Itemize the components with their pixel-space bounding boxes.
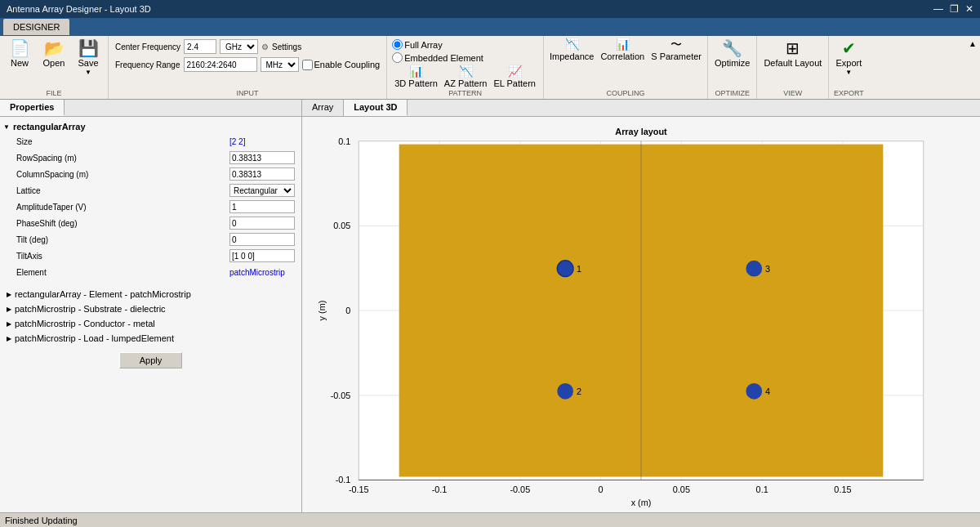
titlebar: Antenna Array Designer - Layout 3D — ❐ ✕ bbox=[0, 0, 980, 18]
element-4-dot bbox=[746, 383, 762, 400]
export-dropdown-icon[interactable]: ▼ bbox=[845, 69, 852, 76]
coupling-section: 📉 Impedance 📊 Correlation 〜 S Parameter … bbox=[544, 36, 708, 99]
array-layout-chart: Array layout bbox=[302, 117, 980, 512]
export-section: ✔ Export ▼ EXPORT bbox=[829, 36, 868, 99]
correlation-button[interactable]: 📊 Correlation bbox=[598, 38, 647, 62]
rectangular-array-header[interactable]: ▼ rectangularArray bbox=[3, 120, 298, 133]
amplitudetaper-input[interactable] bbox=[229, 200, 295, 213]
element-1-dot bbox=[557, 261, 573, 277]
element-2-dot bbox=[557, 383, 573, 400]
x-tick: -0.1 bbox=[432, 485, 448, 495]
link-element-patch[interactable]: ▶ rectangularArray - Element - patchMicr… bbox=[3, 287, 298, 301]
tiltaxis-input[interactable] bbox=[229, 249, 295, 262]
y-tick: -0.05 bbox=[331, 391, 351, 400]
pattern-3d-button[interactable]: 📊 3D Pattern bbox=[392, 65, 440, 89]
optimize-icon: 🔧 bbox=[722, 39, 742, 57]
main-area: Properties ▼ rectangularArray Size [2 2]… bbox=[0, 100, 980, 512]
rowspacing-input[interactable] bbox=[229, 151, 295, 164]
restore-btn[interactable]: ❐ bbox=[950, 3, 959, 15]
array-collapse-arrow: ▼ bbox=[3, 123, 10, 131]
close-btn[interactable]: ✕ bbox=[965, 3, 973, 15]
y-axis-label: y (m) bbox=[317, 301, 327, 321]
file-section: 📄 New 📂 Open 💾 Save ▼ FILE bbox=[0, 36, 109, 99]
enable-coupling-checkbox[interactable] bbox=[302, 60, 313, 70]
element-4-label: 4 bbox=[765, 386, 770, 396]
pattern-az-icon: 📉 bbox=[459, 65, 473, 78]
x-tick: 0.15 bbox=[834, 485, 851, 495]
status-bar: Finished Updating bbox=[0, 512, 980, 527]
save-icon: 💾 bbox=[78, 39, 99, 57]
link-arrow-icon4: ▶ bbox=[7, 335, 11, 342]
phaseshift-input[interactable] bbox=[229, 217, 295, 230]
enable-coupling-label[interactable]: Enable Coupling bbox=[302, 60, 381, 70]
element-3-label: 3 bbox=[765, 264, 770, 274]
element-2-label: 2 bbox=[577, 386, 581, 396]
layout3d-tab[interactable]: Layout 3D bbox=[344, 100, 408, 116]
y-tick: 0.05 bbox=[333, 221, 350, 231]
designer-tab[interactable]: DESIGNER bbox=[3, 19, 69, 35]
columnspacing-input[interactable] bbox=[229, 167, 295, 181]
view-tabs: Array Layout 3D bbox=[302, 100, 980, 117]
prop-row-element: Element patchMicrostrip bbox=[3, 264, 298, 280]
pattern-az-button[interactable]: 📉 AZ Pattern bbox=[442, 65, 490, 89]
export-button[interactable]: ✔ Export ▼ bbox=[832, 38, 865, 78]
prop-row-tilt: Tilt (deg) bbox=[3, 231, 298, 248]
prop-row-lattice: Lattice Rectangular Triangular bbox=[3, 182, 298, 199]
lattice-select[interactable]: Rectangular Triangular bbox=[229, 184, 295, 197]
status-text: Finished Updating bbox=[5, 516, 78, 525]
impedance-button[interactable]: 📉 Impedance bbox=[547, 38, 596, 62]
tilt-input[interactable] bbox=[229, 233, 295, 246]
prop-row-rowspacing: RowSpacing (m) bbox=[3, 150, 298, 166]
x-tick: 0 bbox=[599, 485, 604, 495]
pattern-section: Full Array Embedded Element 📊 3D Pattern… bbox=[387, 36, 544, 99]
array-tab[interactable]: Array bbox=[302, 100, 344, 116]
optimize-button[interactable]: 🔧 Optimize bbox=[711, 38, 753, 69]
pattern-el-icon: 📈 bbox=[508, 65, 522, 78]
center-freq-input[interactable] bbox=[184, 39, 216, 54]
link-conductor-metal[interactable]: ▶ patchMicrostrip - Conductor - metal bbox=[3, 316, 298, 331]
optimize-section: 🔧 Optimize OPTIMIZE bbox=[708, 36, 757, 99]
x-tick: -0.05 bbox=[510, 485, 530, 495]
link-load-lumped[interactable]: ▶ patchMicrostrip - Load - lumpedElement bbox=[3, 331, 298, 346]
save-button[interactable]: 💾 Save ▼ bbox=[72, 38, 105, 78]
pattern-3d-icon: 📊 bbox=[409, 65, 423, 78]
s-parameter-icon: 〜 bbox=[670, 38, 682, 51]
center-freq-unit-select[interactable]: GHzMHz bbox=[220, 39, 258, 54]
link-substrate-dielectric[interactable]: ▶ patchMicrostrip - Substrate - dielectr… bbox=[3, 301, 298, 316]
s-parameter-button[interactable]: 〜 S Parameter bbox=[648, 38, 704, 62]
new-button[interactable]: 📄 New bbox=[3, 38, 36, 69]
link-arrow-icon3: ▶ bbox=[7, 320, 11, 328]
prop-row-tiltaxis: TiltAxis bbox=[3, 248, 298, 264]
full-array-radio-label[interactable]: Full Array bbox=[392, 39, 442, 50]
titlebar-title: Antenna Array Designer - Layout 3D bbox=[7, 4, 151, 14]
pattern-el-button[interactable]: 📈 EL Pattern bbox=[491, 65, 538, 89]
new-icon: 📄 bbox=[10, 39, 30, 57]
freq-range-unit-select[interactable]: MHzGHz bbox=[261, 57, 299, 72]
impedance-icon: 📉 bbox=[565, 38, 579, 51]
app-tab-bar: DESIGNER bbox=[0, 18, 980, 36]
default-layout-button[interactable]: ⊞ Default Layout bbox=[760, 38, 825, 69]
prop-row-size: Size [2 2] bbox=[3, 133, 298, 150]
link-arrow-icon2: ▶ bbox=[7, 306, 11, 313]
titlebar-controls[interactable]: — ❐ ✕ bbox=[933, 3, 973, 15]
export-icon: ✔ bbox=[842, 39, 856, 57]
full-array-radio[interactable] bbox=[392, 39, 403, 50]
save-dropdown-icon[interactable]: ▼ bbox=[85, 69, 91, 76]
embedded-element-radio-label[interactable]: Embedded Element bbox=[392, 52, 483, 63]
prop-row-columnspacing: ColumnSpacing (m) bbox=[3, 166, 298, 182]
x-axis-label: x (m) bbox=[631, 498, 652, 507]
correlation-icon: 📊 bbox=[616, 38, 630, 51]
x-tick: 0.1 bbox=[756, 485, 768, 495]
expand-icon[interactable]: ▲ bbox=[969, 39, 977, 48]
open-button[interactable]: 📂 Open bbox=[38, 38, 70, 69]
freq-range-input[interactable] bbox=[184, 57, 257, 72]
panel-tabs: Properties bbox=[0, 100, 301, 117]
apply-button[interactable]: Apply bbox=[119, 352, 183, 368]
element-1-label: 1 bbox=[577, 264, 581, 274]
properties-tab[interactable]: Properties bbox=[0, 100, 65, 116]
minimize-btn[interactable]: — bbox=[933, 3, 943, 15]
chart-title: Array layout bbox=[615, 127, 667, 136]
embedded-element-radio[interactable] bbox=[392, 52, 403, 63]
default-layout-icon: ⊞ bbox=[786, 39, 800, 57]
link-arrow-icon: ▶ bbox=[7, 291, 11, 298]
